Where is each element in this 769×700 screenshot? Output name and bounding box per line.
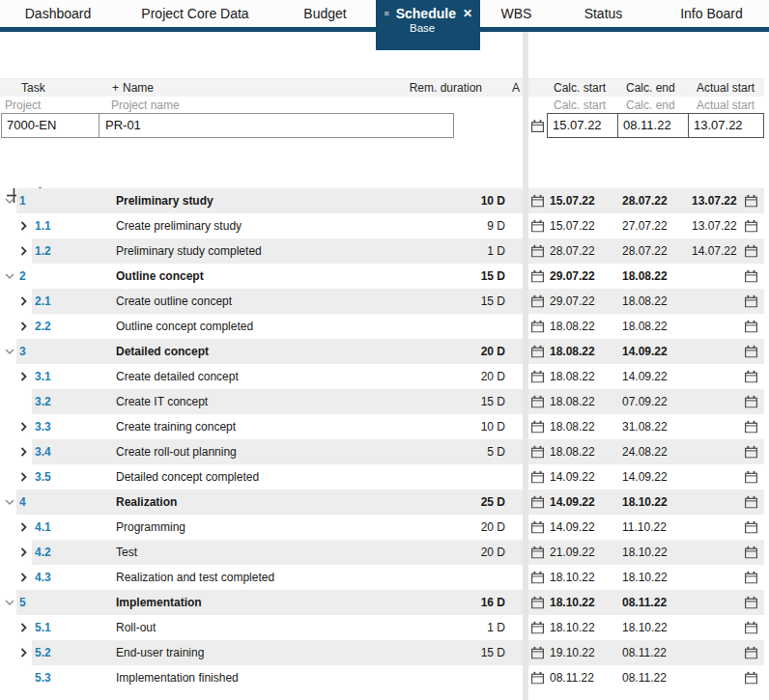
task-row[interactable]: 5.1Roll-out1 D bbox=[0, 615, 523, 640]
tab-schedule[interactable]: Schedule✕Base bbox=[376, 0, 480, 50]
task-calc-end[interactable]: 24.08.22 bbox=[622, 445, 668, 459]
chevron-right-icon[interactable] bbox=[20, 447, 27, 457]
task-calc-start[interactable]: 18.08.22 bbox=[550, 345, 595, 358]
task-row[interactable]: 5Implementation16 D bbox=[0, 590, 523, 615]
task-duration[interactable]: 20 D bbox=[481, 345, 505, 358]
calendar-icon[interactable] bbox=[531, 546, 544, 559]
task-calc-end[interactable]: 18.10.22 bbox=[622, 621, 668, 634]
project-calc-end-field[interactable]: 08.11.22 bbox=[617, 113, 689, 138]
task-duration[interactable]: 20 D bbox=[481, 546, 505, 559]
task-row[interactable]: 5.3Implementation finished bbox=[0, 665, 523, 690]
task-calc-start[interactable]: 18.08.22 bbox=[550, 395, 595, 408]
chevron-right-icon[interactable] bbox=[20, 296, 27, 306]
chevron-right-icon[interactable] bbox=[20, 573, 27, 582]
task-row[interactable]: 4.3Realization and test completed bbox=[0, 565, 523, 590]
task-dates-row[interactable]: 14.09.2211.10.22 bbox=[528, 515, 764, 540]
task-name[interactable]: Create outline concept bbox=[116, 294, 232, 308]
task-row[interactable]: 3.2Create IT concept15 D bbox=[0, 389, 523, 414]
calendar-icon[interactable] bbox=[531, 245, 544, 258]
task-row[interactable]: 3.4Create roll-out planning5 D bbox=[0, 439, 523, 464]
calendar-icon[interactable] bbox=[531, 346, 544, 358]
task-calc-start[interactable]: 29.07.22 bbox=[550, 269, 595, 283]
tab-budget[interactable]: Budget bbox=[274, 0, 376, 27]
chevron-right-icon[interactable] bbox=[20, 221, 27, 231]
task-row[interactable]: 3.1Create detailed concept20 D bbox=[0, 364, 523, 389]
chevron-right-icon[interactable] bbox=[20, 547, 27, 557]
task-calc-end[interactable]: 31.08.22 bbox=[622, 420, 668, 434]
task-actual-start[interactable]: 14.07.22 bbox=[692, 244, 737, 258]
chevron-right-icon[interactable] bbox=[20, 246, 27, 256]
calendar-icon[interactable] bbox=[745, 295, 757, 308]
calendar-icon[interactable] bbox=[531, 295, 544, 308]
calendar-icon[interactable] bbox=[531, 521, 544, 534]
task-name[interactable]: Create detailed concept bbox=[116, 370, 239, 383]
task-dates-row[interactable]: 29.07.2218.08.22 bbox=[528, 264, 764, 289]
chevron-right-icon[interactable] bbox=[20, 372, 27, 381]
task-duration[interactable]: 16 D bbox=[481, 596, 505, 609]
calendar-icon[interactable] bbox=[745, 597, 757, 609]
task-calc-start[interactable]: 18.10.22 bbox=[550, 571, 595, 584]
task-dates-row[interactable]: 08.11.2208.11.22 bbox=[528, 665, 764, 690]
calendar-icon[interactable] bbox=[745, 195, 757, 208]
task-name[interactable]: Create training concept bbox=[116, 420, 236, 434]
calendar-icon[interactable] bbox=[531, 371, 544, 383]
task-actual-start[interactable]: 13.07.22 bbox=[692, 219, 737, 233]
task-calc-end[interactable]: 28.07.22 bbox=[622, 244, 668, 258]
task-calc-end[interactable]: 08.11.22 bbox=[622, 671, 667, 685]
calendar-icon[interactable] bbox=[745, 521, 757, 534]
task-name[interactable]: End-user training bbox=[116, 646, 204, 659]
calendar-icon[interactable] bbox=[745, 245, 757, 258]
calendar-icon[interactable] bbox=[531, 195, 544, 208]
task-name[interactable]: Create preliminary study bbox=[116, 219, 242, 233]
task-calc-end[interactable]: 11.10.22 bbox=[622, 520, 667, 534]
task-calc-start[interactable]: 15.07.22 bbox=[550, 194, 595, 208]
task-calc-end[interactable]: 08.11.22 bbox=[622, 646, 667, 659]
chevron-down-icon[interactable] bbox=[5, 273, 14, 280]
calendar-icon[interactable] bbox=[531, 396, 544, 408]
project-actual-start-field[interactable]: 13.07.22 bbox=[688, 113, 764, 138]
column-header-actual-start[interactable]: Actual start bbox=[697, 81, 755, 95]
chevron-down-icon[interactable] bbox=[5, 600, 14, 606]
task-row[interactable]: 4Realization25 D bbox=[0, 490, 523, 515]
task-row[interactable]: 2.2Outline concept completed bbox=[0, 314, 523, 339]
task-name[interactable]: Realization and test completed bbox=[116, 571, 274, 584]
task-dates-row[interactable]: 14.09.2218.10.22 bbox=[528, 490, 764, 515]
task-duration[interactable]: 1 D bbox=[487, 621, 505, 634]
task-name[interactable]: Realization bbox=[116, 495, 177, 509]
calendar-icon[interactable] bbox=[531, 597, 544, 609]
task-row[interactable]: 2Outline concept15 D bbox=[0, 264, 523, 289]
calendar-icon[interactable] bbox=[531, 471, 544, 484]
chevron-right-icon[interactable] bbox=[20, 648, 27, 658]
task-dates-row[interactable]: 18.08.2231.08.22 bbox=[528, 414, 764, 439]
chevron-right-icon[interactable] bbox=[20, 472, 27, 482]
tab-dashboard[interactable]: Dashboard bbox=[0, 0, 116, 27]
task-name[interactable]: Preliminary study bbox=[116, 194, 214, 208]
task-calc-start[interactable]: 14.09.22 bbox=[550, 520, 595, 534]
chevron-right-icon[interactable] bbox=[20, 522, 27, 532]
task-name[interactable]: Roll-out bbox=[116, 621, 156, 634]
task-row[interactable]: 3.3Create training concept10 D bbox=[0, 414, 523, 439]
calendar-icon[interactable] bbox=[745, 647, 757, 659]
calendar-icon[interactable] bbox=[531, 119, 544, 136]
task-row[interactable]: 1.2Preliminary study completed1 D bbox=[0, 238, 523, 264]
task-calc-end[interactable]: 18.10.22 bbox=[622, 571, 668, 584]
project-id-field[interactable]: 7000-EN bbox=[2, 114, 100, 137]
calendar-icon[interactable] bbox=[745, 572, 757, 584]
calendar-icon[interactable] bbox=[745, 371, 757, 383]
task-dates-row[interactable]: 18.10.2208.11.22 bbox=[528, 590, 764, 615]
task-name[interactable]: Outline concept bbox=[116, 269, 204, 283]
task-calc-end[interactable]: 18.08.22 bbox=[622, 294, 668, 308]
header-plus-icon[interactable]: + bbox=[112, 81, 119, 95]
task-row[interactable]: 4.2Test20 D bbox=[0, 540, 523, 565]
task-calc-start[interactable]: 29.07.22 bbox=[550, 294, 595, 308]
tab-info-board[interactable]: Info Board bbox=[654, 0, 769, 27]
task-calc-start[interactable]: 19.10.22 bbox=[550, 646, 595, 659]
task-duration[interactable]: 20 D bbox=[481, 370, 505, 383]
task-dates-row[interactable]: 14.09.2214.09.22 bbox=[528, 464, 764, 490]
task-dates-row[interactable]: 18.08.2224.08.22 bbox=[528, 439, 764, 464]
task-duration[interactable]: 1 D bbox=[487, 244, 505, 258]
task-duration[interactable]: 9 D bbox=[487, 219, 505, 233]
calendar-icon[interactable] bbox=[531, 270, 544, 283]
task-name[interactable]: Detailed concept completed bbox=[116, 470, 259, 484]
calendar-icon[interactable] bbox=[745, 321, 757, 333]
